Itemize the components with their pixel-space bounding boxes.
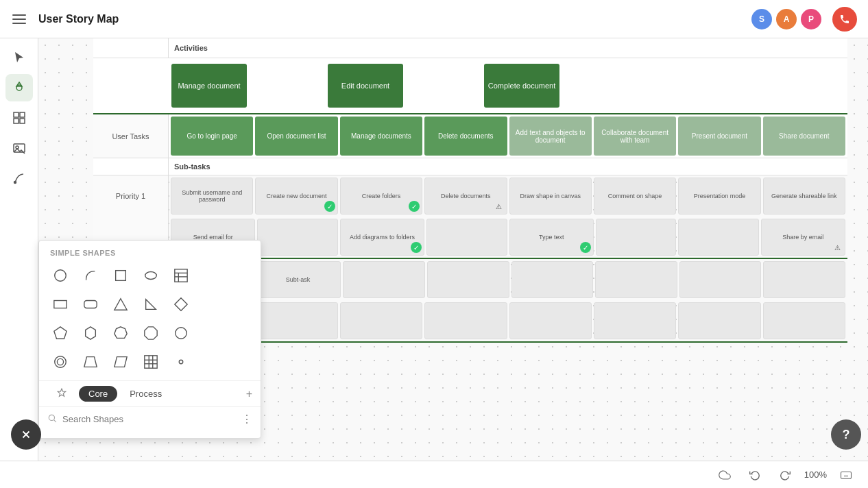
subtask-p2-empty-3 (427, 261, 509, 298)
avatar-3: P (801, 9, 821, 29)
shape-right-triangle[interactable] (138, 291, 164, 317)
call-button[interactable] (832, 7, 857, 32)
topbar: User Story Map S A P (0, 0, 868, 38)
shape-grid[interactable] (138, 349, 164, 375)
shape-circle-outline[interactable] (168, 320, 194, 346)
tool-pointer[interactable] (5, 44, 33, 71)
subtask-p2-empty-5 (595, 261, 677, 298)
subtask-p2-empty-4 (511, 261, 594, 298)
activity-cells: Manage document Edit document Complete d… (169, 61, 847, 110)
tool-shapes[interactable] (5, 74, 33, 101)
svg-rect-1 (12, 19, 26, 20)
subtask-delete-docs: Delete documents⚠ (424, 178, 507, 215)
redo-button[interactable] (774, 464, 796, 486)
subtask-p2b-empty-5 (509, 302, 592, 339)
svg-point-29 (55, 356, 67, 368)
menu-button[interactable] (0, 0, 38, 38)
shape-octagon[interactable] (138, 320, 164, 346)
shape-panel-header: SIMPLE SHAPES (39, 241, 261, 263)
subtask-draw-shape: Draw shape in canvas (509, 178, 592, 215)
tool-image[interactable] (5, 134, 33, 162)
svg-rect-13 (116, 271, 126, 281)
undo-button[interactable] (744, 464, 766, 486)
svg-rect-8 (20, 119, 25, 123)
svg-point-30 (57, 358, 63, 365)
shape-extra[interactable] (168, 349, 194, 375)
subtask-folders: Create folders✓ (340, 178, 422, 215)
zoom-level: 100% (804, 469, 827, 480)
shape-rounded-rect[interactable] (77, 291, 104, 317)
subtask-p2-empty-2 (343, 261, 425, 298)
task-add-text: Add text and objects to document (509, 117, 592, 156)
tab-core[interactable]: Core (79, 386, 117, 402)
svg-marker-26 (114, 327, 127, 339)
subtask-empty-1 (257, 219, 337, 256)
shape-hexagon[interactable] (77, 320, 104, 346)
activities-header-label: Activities (169, 41, 213, 55)
activities-header-row: Activities (93, 38, 847, 58)
avatar-2: A (776, 9, 797, 29)
tool-grid[interactable] (5, 104, 33, 132)
shape-rect[interactable] (47, 291, 73, 317)
shapes-grid (39, 263, 261, 380)
svg-rect-6 (20, 112, 25, 117)
task-present: Present document (678, 117, 760, 156)
search-input[interactable] (62, 414, 236, 424)
avatar-1: S (751, 9, 772, 29)
subtask-empty-2 (426, 219, 507, 256)
svg-marker-21 (114, 299, 127, 310)
shape-trapezoid[interactable] (77, 349, 104, 375)
tab-favorites[interactable] (47, 385, 76, 402)
subtask-p2-cells-1: Subt-ask (169, 259, 847, 300)
subtask-add-diagrams: Add diagrams to folders✓ (340, 219, 424, 256)
svg-marker-25 (86, 327, 96, 339)
subtask-p2-cells-2 (169, 300, 847, 341)
subtask-p2-empty-7 (763, 261, 845, 298)
subtask-p2-subt: Subt-ask (255, 261, 341, 298)
shape-panel: SIMPLE SHAPES Core Process + (38, 240, 261, 439)
subtasks-header-row: Sub-tasks (93, 158, 847, 175)
subtask-p2b-empty-7 (678, 302, 760, 339)
more-options-button[interactable]: ⋮ (241, 413, 252, 426)
shape-square[interactable] (108, 263, 134, 289)
activities-row-label (93, 83, 169, 88)
priority-1-label: Priority 1 (93, 175, 169, 217)
badge-check-1: ✓ (324, 201, 335, 212)
subtask-p2b-empty-6 (594, 302, 676, 339)
fab-close-button[interactable] (11, 419, 41, 450)
subtask-p2-empty-6 (679, 261, 762, 298)
subtask-share-email: Share by email⚠ (761, 219, 845, 256)
svg-point-40 (49, 415, 54, 420)
subtask-p2b-empty-8 (763, 302, 845, 339)
tool-pen[interactable] (5, 164, 33, 192)
subtask-shareable: Generate shareable link (763, 178, 845, 215)
badge-check-3: ✓ (411, 242, 422, 253)
svg-rect-20 (84, 301, 97, 308)
shape-diamond[interactable] (168, 291, 194, 317)
shape-parallelogram[interactable] (108, 349, 134, 375)
shape-table[interactable] (168, 263, 194, 289)
task-login: Go to login page (171, 117, 253, 156)
tab-add[interactable]: + (246, 388, 252, 400)
subtask-p1-cells-2: Send email for Add diagrams to folders✓ … (169, 217, 847, 258)
shape-arc[interactable] (77, 263, 104, 289)
subtasks-p1-row1: Priority 1 Submit username and password … (93, 175, 847, 217)
badge-warn-2: ⚠ (832, 242, 843, 253)
shape-circle[interactable] (47, 263, 73, 289)
cloud-save-button[interactable] (714, 464, 736, 486)
task-share: Share document (763, 117, 845, 156)
svg-point-12 (55, 270, 67, 282)
shape-heptagon[interactable] (108, 320, 134, 346)
shape-triangle[interactable] (108, 291, 134, 317)
help-button[interactable]: ? (831, 419, 861, 450)
svg-marker-31 (84, 357, 97, 367)
subtask-p2b-empty-3 (340, 302, 422, 339)
tab-process[interactable]: Process (120, 386, 171, 402)
svg-marker-39 (58, 389, 66, 396)
keyboard-shortcut-button[interactable] (835, 464, 857, 486)
svg-rect-5 (14, 112, 19, 117)
shape-pentagon[interactable] (47, 320, 73, 346)
shape-ring[interactable] (47, 349, 73, 375)
shape-ellipse[interactable] (138, 263, 164, 289)
svg-marker-23 (175, 298, 187, 310)
